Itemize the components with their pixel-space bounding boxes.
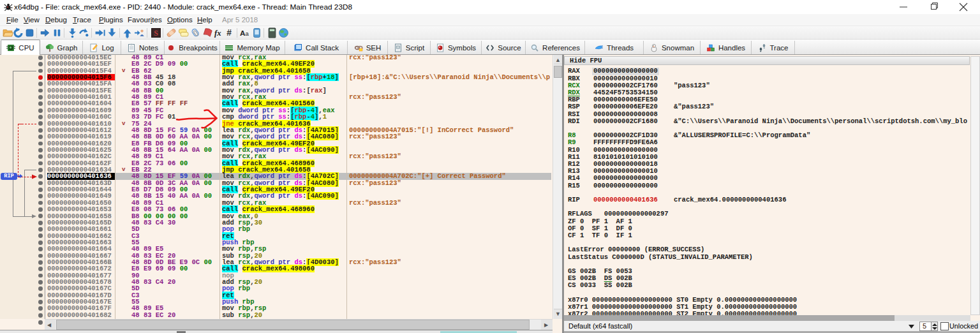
svg-text:a: a	[246, 30, 249, 37]
svg-text:#: #	[226, 27, 232, 38]
svg-text:S: S	[154, 29, 158, 38]
svg-text:fx: fx	[214, 29, 221, 38]
